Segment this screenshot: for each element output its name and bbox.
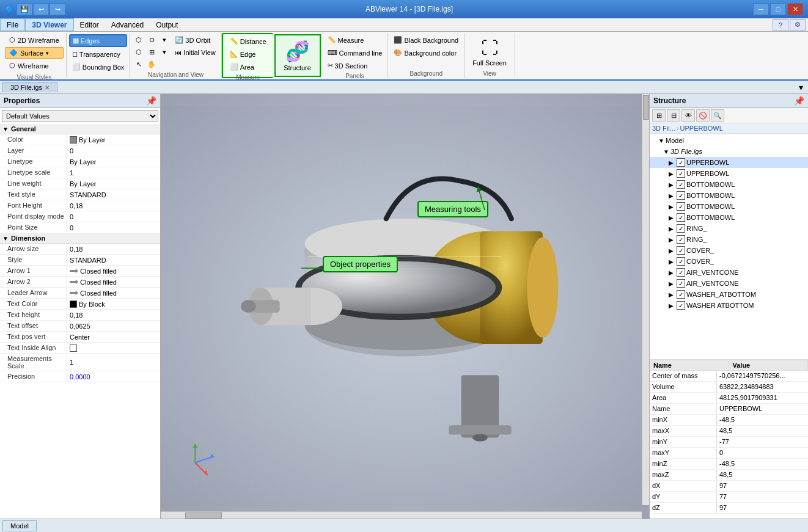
tree-expand-w1[interactable]: ▶ — [667, 290, 675, 299]
tree-item-upperbowl-2[interactable]: ▶ ✓ UPPERBOWL — [650, 168, 808, 179]
ribbon-btn-command-line[interactable]: ⌨ Command line — [325, 47, 386, 59]
tree-item-cover-2[interactable]: ▶ ✓ COVER_ — [650, 256, 808, 267]
menu-output[interactable]: Output — [150, 18, 184, 31]
properties-pin[interactable]: 📌 — [146, 96, 156, 106]
struct-btn-show-all[interactable]: 👁 — [681, 109, 695, 122]
structure-pin[interactable]: 📌 — [794, 96, 804, 106]
ribbon-btn-bg-color[interactable]: 🎨 Background color — [391, 47, 461, 59]
menu-file[interactable]: File — [0, 18, 25, 31]
tree-checkbox-w2[interactable]: ✓ — [677, 301, 685, 310]
tree-item-model[interactable]: ▼ Model — [650, 135, 808, 146]
tree-expand-ub1[interactable]: ▶ — [667, 158, 675, 167]
ribbon-btn-wireframe[interactable]: ⬡ Wireframe — [5, 60, 64, 71]
doc-tab-close[interactable]: ✕ — [45, 84, 50, 91]
tree-expand-ring2[interactable]: ▶ — [667, 235, 675, 244]
quick-access-undo[interactable]: ↩ — [33, 3, 49, 15]
tree-expand-bb2[interactable]: ▶ — [667, 191, 675, 200]
ribbon-btn-black-bg[interactable]: ⬛ Black Background — [391, 34, 461, 46]
tree-checkbox-bb4[interactable]: ✓ — [677, 213, 685, 222]
close-button[interactable]: ✕ — [787, 3, 803, 15]
scrollbar-thumb-h[interactable] — [185, 512, 222, 519]
section-dimension[interactable]: ▼ Dimension — [0, 233, 160, 244]
tree-expand-ub2[interactable]: ▶ — [667, 169, 675, 178]
doc-tab-3dfile[interactable]: 3D File.igs ✕ — [2, 82, 57, 92]
properties-dropdown[interactable]: Default Values — [2, 110, 158, 122]
tree-expand-bb1[interactable]: ▶ — [667, 180, 675, 189]
tree-expand-w2[interactable]: ▶ — [667, 301, 675, 310]
tree-expand-file[interactable]: ▼ — [662, 147, 670, 156]
ribbon-btn-structure[interactable]: 🧬 Structure — [281, 37, 315, 74]
tree-expand-av1[interactable]: ▶ — [667, 268, 675, 277]
tree-item-washer-1[interactable]: ▶ ✓ WASHER_ATBOTTOM — [650, 289, 808, 300]
ribbon-btn-3dorbit[interactable]: 🔄 3D Orbit — [172, 34, 218, 46]
tree-checkbox-cover2[interactable]: ✓ — [677, 257, 685, 266]
struct-btn-hide-all[interactable]: 🚫 — [696, 109, 710, 122]
tree-checkbox-ub2[interactable]: ✓ — [677, 169, 685, 178]
tree-item-washer-2[interactable]: ▶ ✓ WASHER ATBOTTOM — [650, 300, 808, 311]
tree-checkbox-ub1[interactable]: ✓ — [677, 158, 685, 167]
tree-checkbox-cover1[interactable]: ✓ — [677, 246, 685, 255]
doc-tab-dropdown[interactable]: ▾ — [794, 82, 808, 92]
tree-item-upperbowl-1[interactable]: ▶ ✓ UPPERBOWL — [650, 157, 808, 168]
menu-3dviewer[interactable]: 3D Viewer — [25, 18, 73, 31]
nav-btn-2[interactable]: ⊙ — [145, 34, 158, 46]
ribbon-btn-initial-view[interactable]: ⏮ Initial View — [172, 47, 218, 58]
struct-btn-filter[interactable]: 🔍 — [711, 109, 724, 122]
nav-btn-3[interactable]: ⬡ — [133, 46, 145, 58]
tree-expand-av2[interactable]: ▶ — [667, 279, 675, 288]
tree-item-ring-1[interactable]: ▶ ✓ RING_ — [650, 223, 808, 234]
scrollbar-thumb-v[interactable] — [643, 95, 649, 120]
tree-checkbox-ring1[interactable]: ✓ — [677, 224, 685, 233]
tree-checkbox-bb2[interactable]: ✓ — [677, 191, 685, 200]
maximize-button[interactable]: □ — [770, 3, 786, 15]
ribbon-btn-measure-panel[interactable]: 📏 Measure — [325, 34, 386, 46]
ribbon-btn-2d-wireframe[interactable]: ⬡ 2D Wireframe — [5, 34, 64, 46]
nav-dropdown-2[interactable]: ▾ — [158, 46, 171, 58]
ribbon-btn-transparency[interactable]: ◻ Transparency — [69, 48, 128, 60]
ribbon-options[interactable]: ⚙ — [790, 19, 806, 31]
section-general[interactable]: ▼ General — [0, 124, 160, 134]
tree-item-airvent-1[interactable]: ▶ ✓ AIR_VENTCONE — [650, 267, 808, 278]
ribbon-btn-edges[interactable]: ▦ Edges — [69, 34, 128, 47]
nav-btn-6[interactable]: ✋ — [145, 59, 158, 70]
struct-btn-collapse-all[interactable]: ⊟ — [667, 109, 680, 122]
minimize-button[interactable]: ─ — [753, 3, 769, 15]
tree-item-bottombowl-4[interactable]: ▶ ✓ BOTTOMBOWL — [650, 212, 808, 223]
tree-item-cover-1[interactable]: ▶ ✓ COVER_ — [650, 245, 808, 256]
tree-checkbox-bb1[interactable]: ✓ — [677, 180, 685, 189]
quick-access-save[interactable]: 💾 — [17, 3, 32, 15]
breadcrumb-item-1[interactable]: 3D Fil... — [652, 125, 675, 132]
tree-expand-ring1[interactable]: ▶ — [667, 224, 675, 233]
struct-btn-expand-all[interactable]: ⊞ — [652, 109, 666, 122]
ribbon-btn-area[interactable]: ⬜ Area — [227, 61, 270, 73]
menu-advanced[interactable]: Advanced — [105, 18, 150, 31]
text-inside-align-checkbox[interactable] — [70, 344, 77, 352]
ribbon-btn-fullscreen[interactable]: ⛶ Full Screen — [469, 34, 510, 70]
tree-expand-cover1[interactable]: ▶ — [667, 246, 675, 255]
ribbon-help[interactable]: ? — [773, 19, 788, 31]
viewport-background[interactable]: Measuring tools Object properties — [161, 94, 649, 519]
tree-checkbox-av2[interactable]: ✓ — [677, 279, 685, 288]
ribbon-btn-surface[interactable]: 🔷 Surface ▾ — [5, 47, 64, 59]
nav-btn-4[interactable]: ⊞ — [145, 46, 158, 58]
tree-expand-model[interactable]: ▼ — [657, 136, 666, 145]
tree-checkbox-ring2[interactable]: ✓ — [677, 235, 685, 244]
ribbon-btn-edge[interactable]: 📐 Edge — [227, 48, 270, 60]
menu-editor[interactable]: Editor — [74, 18, 105, 31]
tree-item-ring-2[interactable]: ▶ ✓ RING_ — [650, 234, 808, 245]
tree-item-file[interactable]: ▼ 3D File.igs — [650, 146, 808, 157]
ribbon-btn-bounding-box[interactable]: ⬜ Bounding Box — [69, 61, 128, 73]
tree-expand-bb3[interactable]: ▶ — [667, 202, 675, 211]
tree-item-bottombowl-2[interactable]: ▶ ✓ BOTTOMBOWL — [650, 190, 808, 201]
tree-checkbox-av1[interactable]: ✓ — [677, 268, 685, 277]
tree-checkbox-bb3[interactable]: ✓ — [677, 202, 685, 211]
viewport-scrollbar-h[interactable] — [161, 511, 642, 519]
tree-checkbox-w1[interactable]: ✓ — [677, 290, 685, 299]
quick-access-redo[interactable]: ↪ — [50, 3, 65, 15]
breadcrumb-item-2[interactable]: UPPERBOWL — [680, 125, 723, 132]
nav-dropdown-1[interactable]: ▾ — [158, 34, 171, 46]
tree-expand-cover2[interactable]: ▶ — [667, 257, 675, 266]
nav-btn-1[interactable]: ⬡ — [133, 34, 145, 46]
viewport-scrollbar-v[interactable] — [642, 94, 649, 505]
tree-item-airvent-2[interactable]: ▶ ✓ AIR_VENTCONE — [650, 278, 808, 289]
